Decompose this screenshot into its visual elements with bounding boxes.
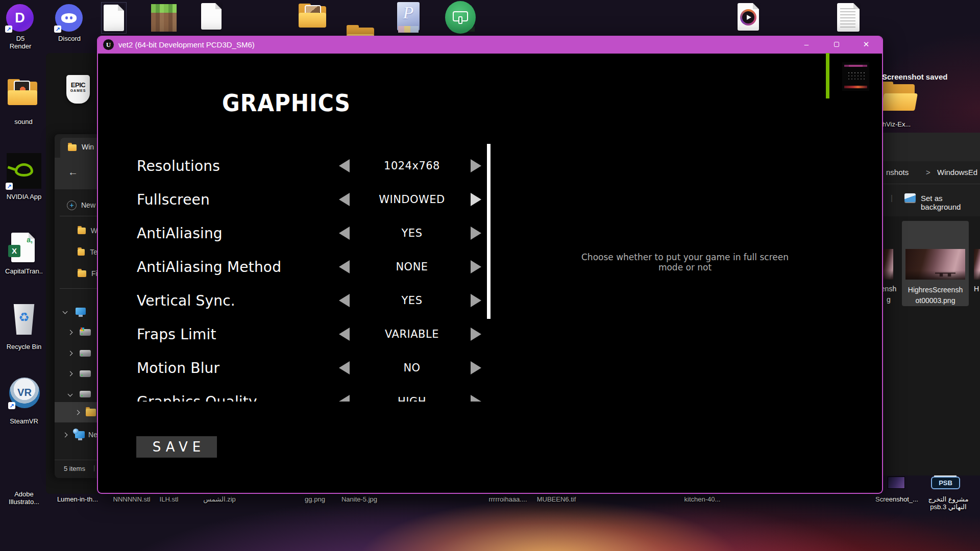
setting-row-graphics-quality: Graphics Quality HIGH [98, 385, 491, 402]
setting-value: WINDOWED [361, 193, 463, 206]
next-arrow-button[interactable] [471, 159, 481, 172]
screenshot-saved-toast[interactable]: Screenshot saved [882, 72, 947, 81]
next-arrow-button[interactable] [471, 294, 481, 307]
folder-icon [78, 270, 86, 277]
quick-access-item[interactable]: Te [55, 243, 97, 261]
file-thumbnail-highres-screenshot[interactable]: HighresScreensh ot00003.png [902, 221, 969, 306]
desktop-icon-excel-file[interactable]: X a, [11, 233, 35, 262]
set-background-button[interactable]: Set as background [921, 194, 980, 211]
prev-arrow-button[interactable] [339, 294, 350, 307]
prev-arrow-button[interactable] [339, 361, 350, 374]
desktop-icon-recycle-bin[interactable]: ♻ [12, 304, 36, 335]
icon-label: Adobe Illustrato... [0, 490, 48, 506]
next-arrow-button[interactable] [471, 193, 481, 206]
setting-value: YES [361, 294, 463, 307]
tree-item-this-pc[interactable] [55, 303, 97, 320]
file-label[interactable]: rrrrroihaaa.... [482, 495, 533, 503]
screenshot-file-thumbnail[interactable] [888, 477, 904, 488]
maximize-button[interactable] [825, 36, 848, 54]
file-name: ot00003.png [902, 295, 969, 306]
game-window: U vet2 (64-bit Development PCD3D_SM6) – … [97, 36, 883, 494]
setting-label: Fullscreen [137, 191, 210, 208]
prev-arrow-button[interactable] [339, 395, 350, 402]
blank-file-icon [201, 3, 222, 30]
file-thumbnail-cut[interactable] [883, 249, 893, 280]
prev-arrow-button[interactable] [339, 328, 350, 341]
desktop-icon-photopad-app[interactable]: P [394, 2, 423, 33]
desktop-icon-minecraft[interactable] [151, 4, 177, 32]
desktop-icon-file[interactable] [201, 3, 222, 30]
icon-label: Recycle Bin [0, 343, 48, 350]
tree-item-drive[interactable] [55, 323, 97, 341]
desktop-icon-d5-render[interactable]: D ↗ D5 Render [6, 4, 35, 50]
breadcrumb-item[interactable]: nshots [886, 168, 909, 177]
setting-row-antialiasing: AntiAliasing YES [98, 216, 491, 250]
drive-icon [80, 350, 91, 357]
breadcrumb-item[interactable]: WindowsEd [937, 168, 977, 177]
file-name: HighresScreensh [902, 285, 969, 295]
setting-row-antialiasing-method: AntiAliasing Method NONE [98, 250, 491, 284]
tree-item-folder-selected[interactable] [55, 402, 97, 422]
minimize-button[interactable]: – [795, 36, 818, 54]
file-thumbnail-cut[interactable] [974, 249, 980, 280]
psb-file-icon[interactable]: PSB [931, 475, 960, 489]
save-button[interactable]: SAVE [136, 436, 217, 458]
next-arrow-button[interactable] [471, 260, 481, 273]
quick-access-item[interactable]: W [55, 222, 97, 239]
chevron-right-icon [63, 432, 68, 437]
icon-label: rchViz-Ex... [877, 120, 923, 128]
tree-item-drive[interactable] [55, 344, 97, 362]
desktop-icon-file-selected[interactable] [101, 2, 127, 34]
prev-arrow-button[interactable] [339, 260, 350, 273]
windows-drive-icon [80, 329, 91, 336]
new-button[interactable]: + New [55, 196, 97, 214]
desktop-icon-folder-pictures[interactable] [299, 6, 326, 28]
next-arrow-button[interactable] [471, 361, 481, 374]
desktop-icon-sound-folder[interactable] [8, 82, 40, 105]
unreal-engine-icon: U [103, 39, 114, 50]
file-label[interactable]: gg.png [292, 495, 338, 503]
file-label[interactable]: kitchen-40... [677, 495, 728, 503]
prev-arrow-button[interactable] [339, 193, 350, 206]
file-label[interactable]: MUBEEN6.tif [531, 495, 582, 503]
desktop-icon-discord[interactable]: ↗ Discord [55, 4, 84, 42]
next-arrow-button[interactable] [471, 395, 481, 402]
desktop-icon-steamvr[interactable]: VR ↗ [9, 378, 40, 408]
desktop-icon-text-document[interactable] [837, 3, 860, 32]
explorer-tab[interactable]: Win [60, 138, 97, 158]
setting-row-motion-blur: Motion Blur NO [98, 351, 491, 385]
file-label[interactable]: Lumen-in-th... [52, 495, 103, 503]
prev-arrow-button[interactable] [339, 227, 350, 240]
breadcrumb: nshots > WindowsEd [883, 161, 980, 184]
file-label[interactable]: Nanite-5.jpg [334, 495, 385, 503]
setting-value: VARIABLE [361, 328, 463, 340]
setting-value: 1024x768 [361, 160, 463, 172]
setting-label: Graphics Quality [137, 393, 257, 402]
folder-icon [78, 249, 85, 256]
screenshot-toast-thumbnail[interactable] [842, 62, 869, 91]
psb-badge: PSB [931, 477, 960, 489]
desktop-icon-archviz-folder[interactable] [881, 84, 917, 113]
desktop-icon-screen-cast-app[interactable] [445, 1, 476, 34]
settings-scrollbar[interactable] [487, 144, 491, 319]
desktop-icon-nvidia-app[interactable]: ↗ [7, 153, 41, 189]
prev-arrow-button[interactable] [339, 159, 350, 172]
tree-item-drive[interactable] [55, 365, 97, 382]
setting-value: NONE [361, 261, 463, 273]
next-arrow-button[interactable] [471, 227, 481, 240]
tree-item-network[interactable]: Ne [55, 426, 97, 443]
close-button[interactable]: ✕ [854, 36, 878, 54]
tree-item-drive-expanded[interactable] [55, 385, 97, 403]
file-label[interactable]: الشمس.zip [197, 495, 242, 503]
file-label[interactable]: مشروع التخرج النهائي 3.psb [923, 495, 974, 511]
next-arrow-button[interactable] [471, 328, 481, 341]
shortcut-arrow-icon: ↗ [8, 402, 15, 409]
file-label[interactable]: ILH.stl [146, 495, 192, 503]
quick-access-item[interactable]: Fi [55, 265, 97, 282]
setting-row-fullscreen: Fullscreen WINDOWED [98, 183, 491, 216]
back-button[interactable]: ← [68, 166, 78, 178]
title-bar[interactable]: U vet2 (64-bit Development PCD3D_SM6) – … [97, 36, 883, 54]
file-label[interactable]: Screenshot_... [871, 495, 922, 503]
desktop-icon-media-file[interactable] [738, 3, 759, 31]
text-lines-icon [840, 8, 855, 28]
